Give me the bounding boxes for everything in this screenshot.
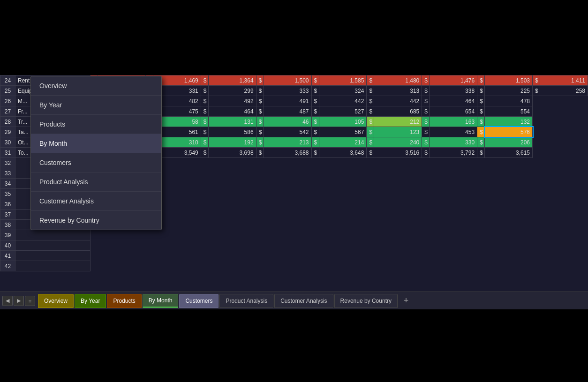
row-label	[15, 261, 90, 271]
currency-sign: $	[311, 86, 319, 96]
row-number: 37	[0, 210, 15, 220]
dropdown-item-customeranalysis[interactable]: Customer Analysis	[31, 192, 161, 211]
currency-sign: $	[311, 127, 319, 137]
cell-value: 1,585	[319, 75, 367, 86]
currency-sign: $	[533, 75, 540, 86]
row-number: 24	[0, 75, 15, 86]
currency-sign: $	[367, 127, 374, 137]
cell-value: 131	[208, 117, 256, 127]
cell-value: 3,516	[374, 148, 422, 158]
currency-sign: $	[367, 75, 374, 86]
row-number: 26	[0, 96, 15, 106]
currency-sign: $	[477, 96, 485, 106]
currency-sign: $	[477, 127, 485, 137]
cell-value: 132	[485, 117, 533, 127]
currency-sign: $	[256, 148, 264, 158]
cell-value: 442	[374, 96, 422, 106]
cell-value: 1,500	[264, 75, 311, 86]
cell-value: 1,364	[208, 75, 256, 86]
cell-value: 554	[485, 106, 533, 117]
sheet-tab-bymonth[interactable]: By Month	[143, 294, 179, 308]
table-row: 39	[0, 230, 588, 240]
cell-value: 1,476	[430, 75, 477, 86]
cell-value: 330	[430, 137, 477, 148]
currency-sign: $	[311, 96, 319, 106]
tab-menu-button[interactable]: ≡	[25, 296, 35, 306]
cell-value: 3,792	[430, 148, 477, 158]
row-label	[15, 240, 90, 251]
cell-value: 225	[485, 86, 533, 96]
currency-sign: $	[201, 75, 208, 86]
cell-value: 46	[264, 117, 311, 127]
cell-value: 453	[430, 127, 477, 137]
row-number: 41	[0, 251, 15, 261]
currency-sign: $	[422, 75, 430, 86]
cell-value: 299	[208, 86, 256, 96]
dropdown-item-overview[interactable]: Overview	[31, 76, 161, 96]
sheet-tab-productanalysis[interactable]: Product Analysis	[219, 294, 273, 308]
row-number: 34	[0, 179, 15, 189]
cell-value: 3,698	[208, 148, 256, 158]
cell-value: 338	[430, 86, 477, 96]
cell-value: 586	[208, 127, 256, 137]
currency-sign: $	[367, 148, 374, 158]
cell-value: 464	[208, 106, 256, 117]
sheet-tab-revenuecountry[interactable]: Revenue by Country	[334, 294, 398, 308]
dropdown-item-bymonth[interactable]: By Month	[31, 134, 161, 153]
currency-sign: $	[201, 148, 208, 158]
row-number: 27	[0, 106, 15, 117]
dropdown-item-products[interactable]: Products	[31, 115, 161, 134]
currency-sign: $	[201, 96, 208, 106]
row-number: 35	[0, 189, 15, 199]
sheet-tab-products[interactable]: Products	[107, 294, 141, 308]
tab-nav-left[interactable]: ◀	[2, 296, 13, 306]
dropdown-item-revenuecountry[interactable]: Revenue by Country	[31, 211, 161, 230]
currency-sign: $	[477, 86, 485, 96]
currency-sign: $	[422, 86, 430, 96]
row-number: 36	[0, 199, 15, 210]
currency-sign: $	[256, 96, 264, 106]
sheet-tab-customers[interactable]: Customers	[179, 294, 219, 308]
sheet-tab-byyear[interactable]: By Year	[75, 294, 106, 308]
cell-value: 192	[208, 137, 256, 148]
cell-value: 654	[430, 106, 477, 117]
row-number: 33	[0, 168, 15, 179]
currency-sign: $	[311, 117, 319, 127]
sheet-dropdown-menu[interactable]: OverviewBy YearProductsBy MonthCustomers…	[30, 76, 162, 230]
currency-sign: $	[367, 117, 374, 127]
row-number: 40	[0, 240, 15, 251]
cell-value: 464	[430, 96, 477, 106]
cell-value: 487	[264, 106, 311, 117]
cell-value: 240	[374, 137, 422, 148]
row-number: 39	[0, 230, 15, 240]
sheet-tab-overview[interactable]: Overview	[38, 294, 74, 308]
currency-sign: $	[311, 106, 319, 117]
tab-nav-right[interactable]: ▶	[14, 296, 24, 306]
sheet-tab-customeranalysis[interactable]: Customer Analysis	[274, 294, 333, 308]
row-number: 42	[0, 261, 15, 271]
currency-sign: $	[201, 106, 208, 117]
cell-value: 567	[319, 127, 367, 137]
cell-value: 685	[374, 106, 422, 117]
dropdown-item-productanalysis[interactable]: Product Analysis	[31, 172, 161, 192]
tab-items-container: OverviewBy YearProductsBy MonthCustomers…	[38, 294, 398, 308]
currency-sign: $	[367, 106, 374, 117]
cell-value: 3,688	[264, 148, 311, 158]
add-sheet-button[interactable]: +	[400, 295, 412, 307]
cell-value: 1,411	[540, 75, 588, 86]
currency-sign: $	[422, 137, 430, 148]
currency-sign: $	[201, 117, 208, 127]
currency-sign: $	[256, 117, 264, 127]
cell-value: 212	[374, 117, 422, 127]
cell-value: 1,480	[374, 75, 422, 86]
currency-sign: $	[201, 127, 208, 137]
currency-sign: $	[533, 86, 540, 96]
dropdown-item-byyear[interactable]: By Year	[31, 96, 161, 115]
currency-sign: $	[367, 96, 374, 106]
cell-value: 123	[374, 127, 422, 137]
cell-value: 324	[319, 86, 367, 96]
currency-sign: $	[477, 75, 485, 86]
dropdown-item-customers[interactable]: Customers	[31, 153, 161, 172]
cell-value: 542	[264, 127, 311, 137]
currency-sign: $	[311, 137, 319, 148]
